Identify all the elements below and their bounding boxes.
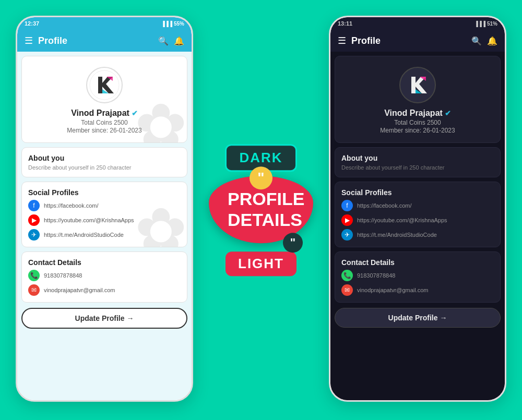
content-light: ✿ Vinod Prajapat ✔ [17, 52, 192, 400]
hamburger-icon[interactable]: ☰ [25, 35, 33, 46]
phone-val-light: 918307878848 [44, 272, 82, 279]
status-icons-light: ▐▐▐ 55% [161, 21, 184, 27]
contact-card-dark: Contact Details 📞 918307878848 ✉ vinodpr… [335, 251, 501, 303]
about-desc-dark: Describe about yourself in 250 character [341, 164, 494, 171]
mandala-watermark: ✿ [135, 90, 187, 143]
tg-icon-dark: ✈ [341, 229, 353, 241]
quote-bottom-icon: " [283, 233, 303, 253]
avatar-light [86, 67, 123, 103]
profile-details-badge: " PROFILEDETAILS " [209, 176, 313, 244]
verified-badge-dark: ✔ [445, 109, 451, 117]
search-icon-light[interactable]: 🔍 [158, 36, 169, 46]
time-light: 12:37 [25, 20, 39, 27]
phone-icon-light: 📞 [28, 270, 40, 281]
mandala-social: ✿ [135, 195, 187, 247]
social-facebook-dark: f https://facebook.com/ [341, 200, 494, 211]
contact-phone-light: 📞 918307878848 [28, 270, 181, 281]
center-section: DARK " PROFILEDETAILS " LIGHT [209, 144, 313, 277]
fb-icon-light: f [28, 200, 40, 211]
contact-phone-dark: 📞 918307878848 [341, 270, 494, 281]
coins-light: Total Coins 2500 [81, 119, 127, 126]
light-phone: 12:37 ▐▐▐ 55% ☰ Profile 🔍 🔔 ✿ [16, 16, 193, 402]
phone-val-dark: 918307878848 [357, 272, 395, 279]
update-btn-light[interactable]: Update Profile → [21, 308, 187, 329]
profile-card-dark: Vinod Prajapat ✔ Total Coins 2500 Member… [335, 56, 501, 143]
app-title-light: Profile [38, 35, 153, 46]
member-dark: Member since: 26-01-2023 [380, 127, 455, 134]
social-title-dark: Social Profiles [341, 188, 494, 197]
social-telegram-dark: ✈ https://t.me/AndroidStudioCode [341, 229, 494, 241]
email-val-dark: vinodprajapatvr@gmail.com [357, 287, 429, 293]
tg-url-light: https://t.me/AndroidStudioCode [44, 232, 124, 238]
social-card-dark: Social Profiles f https://facebook.com/ … [335, 182, 501, 247]
yt-url-dark: https://youtube.com/@KrishnaApps [357, 217, 447, 223]
search-icon-dark[interactable]: 🔍 [471, 36, 482, 46]
about-title-dark: About you [341, 154, 494, 162]
profile-name-dark: Vinod Prajapat ✔ [384, 109, 451, 118]
quote-top-icon: " [250, 166, 272, 189]
yt-icon-light: ▶ [28, 214, 40, 226]
social-youtube-dark: ▶ https://youtube.com/@KrishnaApps [341, 214, 494, 226]
fb-url-dark: https://facebook.com/ [357, 202, 412, 209]
email-icon-dark: ✉ [341, 284, 353, 296]
fb-icon-dark: f [341, 200, 353, 211]
signal-icon-dark: ▐▐▐ [474, 21, 485, 27]
yt-icon-dark: ▶ [341, 214, 353, 226]
app-bar-light: ☰ Profile 🔍 🔔 [17, 30, 192, 52]
yt-url-light: https://youtube.com/@KrishnaApps [44, 217, 134, 223]
phone-icon-dark: 📞 [341, 270, 353, 281]
app-title-dark: Profile [351, 35, 466, 46]
fb-url-light: https://facebook.com/ [44, 202, 99, 209]
update-btn-dark[interactable]: Update Profile → [335, 308, 501, 328]
profile-name-light: Vinod Prajapat ✔ [71, 109, 138, 118]
dark-phone: 13:11 ▐▐▐ 51% ☰ Profile 🔍 🔔 [329, 16, 506, 402]
bell-icon-light[interactable]: 🔔 [174, 36, 184, 46]
contact-email-light: ✉ vinodprajapatvr@gmail.com [28, 284, 181, 296]
contact-title-light: Contact Details [28, 258, 181, 267]
status-bar-dark: 13:11 ▐▐▐ 51% [330, 17, 505, 30]
status-icons-dark: ▐▐▐ 51% [474, 21, 497, 27]
about-desc-light: Describe about yourself in 250 character [28, 164, 181, 171]
about-card-dark: About you Describe about yourself in 250… [335, 147, 501, 177]
signal-icon: ▐▐▐ [161, 21, 172, 27]
battery-light: 55% [174, 21, 184, 27]
contact-email-dark: ✉ vinodprajapatvr@gmail.com [341, 284, 494, 296]
tg-url-dark: https://t.me/AndroidStudioCode [357, 232, 437, 238]
contact-title-dark: Contact Details [341, 258, 494, 267]
content-dark: Vinod Prajapat ✔ Total Coins 2500 Member… [330, 52, 505, 400]
social-card-light: ✿ Social Profiles f https://facebook.com… [21, 182, 187, 247]
contact-card-light: Contact Details 📞 918307878848 ✉ vinodpr… [21, 251, 187, 303]
status-bar-light: 12:37 ▐▐▐ 55% [17, 17, 192, 30]
email-val-light: vinodprajapatvr@gmail.com [44, 287, 115, 293]
time-dark: 13:11 [338, 20, 352, 27]
tg-icon-light: ✈ [28, 229, 40, 241]
light-label: LIGHT [226, 251, 296, 276]
member-light: Member since: 26-01-2023 [67, 127, 141, 134]
about-card-light: About you Describe about yourself in 250… [21, 147, 187, 177]
email-icon-light: ✉ [28, 284, 40, 296]
profile-card-light: ✿ Vinod Prajapat ✔ [21, 56, 187, 143]
coins-dark: Total Coins 2500 [394, 119, 441, 126]
hamburger-icon-dark[interactable]: ☰ [338, 35, 346, 46]
battery-dark: 51% [487, 21, 497, 27]
bell-icon-dark[interactable]: 🔔 [487, 36, 497, 46]
about-title-light: About you [28, 154, 181, 162]
avatar-dark [399, 67, 436, 103]
app-bar-dark: ☰ Profile 🔍 🔔 [330, 30, 505, 52]
